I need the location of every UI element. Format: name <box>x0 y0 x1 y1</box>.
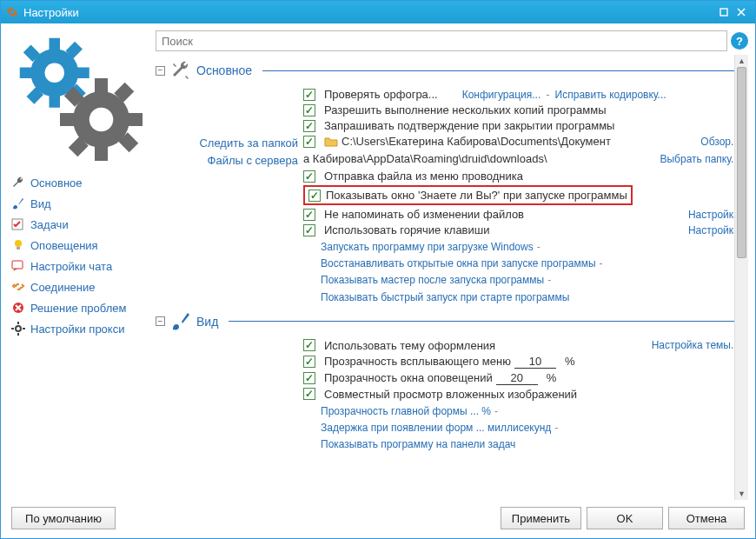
value-popup-transparency[interactable]: 10 <box>514 355 556 369</box>
nav-label: Настройки прокси <box>30 323 124 336</box>
sublink[interactable]: Восстанавливать открытые окна при запуск… <box>321 257 596 270</box>
server-files-path: а Кабирова\AppData\Roaming\druid\downloa… <box>303 152 547 165</box>
label-hotkeys: Использовать горячие клавиши <box>324 223 489 236</box>
label-allow-multiple: Разрешить выполнение нескольких копий пр… <box>324 103 607 116</box>
checkbox-hotkeys[interactable] <box>303 224 315 236</box>
label-popup-transparency: Прозрачность всплывающего меню <box>324 355 511 368</box>
nav-tasks[interactable]: Задачи <box>8 215 156 234</box>
checkbox-confirm-close[interactable] <box>303 120 315 132</box>
link-config[interactable]: Конфигурация... <box>462 89 541 101</box>
circle-x-icon <box>11 301 25 315</box>
help-button[interactable]: ? <box>731 32 748 50</box>
link-icon <box>11 280 25 294</box>
nav-label: Вид <box>30 197 51 210</box>
svg-point-28 <box>16 326 21 331</box>
label-notif-transparency: Прозрачность окна оповещений <box>324 371 493 384</box>
link-setting-1[interactable]: Настройка <box>688 209 739 221</box>
checkbox-watch-folder[interactable] <box>303 136 315 148</box>
nav-connection[interactable]: Соединение <box>8 277 156 296</box>
nav-alerts[interactable]: Оповещения <box>8 236 156 255</box>
collapse-icon[interactable]: − <box>156 316 165 326</box>
nav-troubleshoot[interactable]: Решение проблем <box>8 298 156 317</box>
svg-rect-25 <box>17 247 20 250</box>
close-button[interactable] <box>733 5 750 19</box>
label-tip-window: Показывать окно 'Знаете ли Вы?' при запу… <box>326 189 627 202</box>
brush-icon <box>11 196 25 210</box>
default-button[interactable]: По умолчанию <box>11 507 116 529</box>
search-input[interactable] <box>156 30 727 51</box>
cancel-button[interactable]: Отмена <box>668 507 745 529</box>
link-theme-setting[interactable]: Настройка темы... <box>652 339 739 351</box>
checkbox-popup-transparency[interactable] <box>303 356 315 368</box>
checkbox-no-remind[interactable] <box>303 209 315 221</box>
chat-icon <box>11 259 25 273</box>
nav-proxy[interactable]: Настройки прокси <box>8 319 156 338</box>
value-notif-transparency[interactable]: 20 <box>496 371 538 385</box>
nav-label: Оповещения <box>30 239 98 252</box>
main-subtext: Запускать программу при загрузке Windows… <box>321 239 739 306</box>
link-setting-2[interactable]: Настройка <box>688 224 739 236</box>
sublink[interactable]: Прозрачность главной формы ... % <box>321 405 491 417</box>
content-scroll: − Основное Проверять орфогра... <box>156 55 748 500</box>
sublink[interactable]: Задержка при появлении форм ... миллисек… <box>321 422 551 434</box>
wrench-icon <box>11 176 25 190</box>
checkbox-tip-window[interactable] <box>308 190 321 202</box>
svg-rect-16 <box>95 146 108 162</box>
nav-label: Соединение <box>30 281 96 294</box>
maximize-button[interactable] <box>715 5 733 19</box>
tools-icon <box>170 60 191 81</box>
label-spellcheck: Проверять орфогра... <box>324 88 438 101</box>
svg-rect-32 <box>23 328 25 329</box>
collapse-icon[interactable]: − <box>156 66 165 76</box>
scrollbar[interactable]: ▲ ▼ <box>734 55 748 500</box>
svg-rect-7 <box>20 68 33 79</box>
link-choose-folder[interactable]: Выбрать папку... <box>660 153 739 165</box>
label-no-remind: Не напоминать об изменении файлов <box>324 208 524 221</box>
svg-rect-0 <box>720 9 727 16</box>
sublink[interactable]: Показывать быстрый запуск при старте про… <box>321 291 569 303</box>
checkbox-spellcheck[interactable] <box>303 89 315 101</box>
link-fix-encoding[interactable]: Исправить кодировку... <box>555 89 666 101</box>
checkbox-allow-multiple[interactable] <box>303 104 315 116</box>
label-watch-folder: Следить за папкой <box>156 135 303 150</box>
sublink[interactable]: Показывать мастер после запуска программ… <box>321 274 544 286</box>
scroll-down-icon[interactable]: ▼ <box>735 488 748 500</box>
svg-rect-15 <box>95 78 108 94</box>
checkbox-shared-preview[interactable] <box>303 388 315 400</box>
view-subtext: Прозрачность главной формы ... %- Задерж… <box>321 403 739 454</box>
sublink[interactable]: Показывать программу на панели задач <box>321 438 515 450</box>
footer: По умолчанию Применить OK Отмена <box>8 500 748 531</box>
svg-rect-5 <box>50 38 61 51</box>
checkbox-use-theme[interactable] <box>303 339 315 351</box>
nav-label: Настройки чата <box>30 260 112 273</box>
label-confirm-close: Запрашивать подтверждение при закрытии п… <box>324 119 614 132</box>
scroll-up-icon[interactable]: ▲ <box>735 55 748 67</box>
highlight-tip-window: Показывать окно 'Знаете ли Вы?' при запу… <box>303 185 633 205</box>
apply-button[interactable]: Применить <box>501 507 581 529</box>
gears-illustration <box>8 30 156 170</box>
nav-main[interactable]: Основное <box>8 173 156 192</box>
svg-rect-30 <box>17 333 19 336</box>
nav-label: Основное <box>30 176 83 190</box>
nav-label: Решение проблем <box>30 302 126 315</box>
nav-label: Задачи <box>30 218 69 231</box>
checkbox-notif-transparency[interactable] <box>303 372 315 384</box>
svg-point-4 <box>45 63 65 83</box>
nav-chat[interactable]: Настройки чата <box>8 256 156 276</box>
settings-window: Настройки <box>0 0 756 539</box>
sublink[interactable]: Запускать программу при загрузке Windows <box>321 241 534 253</box>
section-title: Вид <box>196 315 218 329</box>
percent-sign: % <box>565 355 575 368</box>
nav-list: Основное Вид Задачи Оповещения <box>8 173 156 338</box>
svg-rect-31 <box>11 328 14 329</box>
ok-button[interactable]: OK <box>587 507 663 529</box>
checkbox-explorer-send[interactable] <box>303 170 315 183</box>
nav-view[interactable]: Вид <box>8 194 156 213</box>
label-server-files: Файлы с сервера <box>156 152 303 167</box>
watch-folder-path: C:\Users\Екатерина Кабирова\Documents\До… <box>342 135 611 148</box>
section-title: Основное <box>196 63 252 77</box>
svg-rect-6 <box>50 95 61 108</box>
folder-icon <box>324 136 338 148</box>
window-title: Настройки <box>23 6 715 19</box>
scroll-thumb[interactable] <box>737 67 746 258</box>
